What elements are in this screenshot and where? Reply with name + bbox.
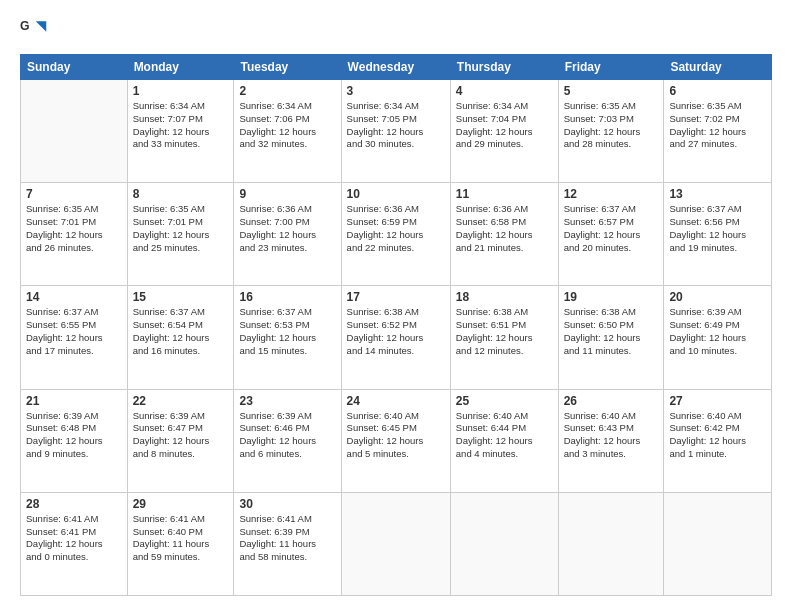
cell-date: 12 <box>564 187 659 201</box>
calendar-cell: 22Sunrise: 6:39 AM Sunset: 6:47 PM Dayli… <box>127 389 234 492</box>
cell-date: 11 <box>456 187 553 201</box>
cell-info: Sunrise: 6:40 AM Sunset: 6:42 PM Dayligh… <box>669 410 766 461</box>
calendar-week: 21Sunrise: 6:39 AM Sunset: 6:48 PM Dayli… <box>21 389 772 492</box>
cell-date: 28 <box>26 497 122 511</box>
cell-date: 17 <box>347 290 445 304</box>
cell-date: 15 <box>133 290 229 304</box>
cell-date: 16 <box>239 290 335 304</box>
cell-date: 9 <box>239 187 335 201</box>
calendar-cell: 11Sunrise: 6:36 AM Sunset: 6:58 PM Dayli… <box>450 183 558 286</box>
calendar-week: 1Sunrise: 6:34 AM Sunset: 7:07 PM Daylig… <box>21 80 772 183</box>
calendar-cell: 7Sunrise: 6:35 AM Sunset: 7:01 PM Daylig… <box>21 183 128 286</box>
logo-icon: G <box>20 16 48 44</box>
logo: G <box>20 16 52 44</box>
cell-date: 24 <box>347 394 445 408</box>
calendar-header: SundayMondayTuesdayWednesdayThursdayFrid… <box>21 55 772 80</box>
cell-date: 3 <box>347 84 445 98</box>
cell-date: 20 <box>669 290 766 304</box>
calendar-cell: 1Sunrise: 6:34 AM Sunset: 7:07 PM Daylig… <box>127 80 234 183</box>
calendar-cell: 12Sunrise: 6:37 AM Sunset: 6:57 PM Dayli… <box>558 183 664 286</box>
cell-info: Sunrise: 6:39 AM Sunset: 6:48 PM Dayligh… <box>26 410 122 461</box>
calendar-cell: 2Sunrise: 6:34 AM Sunset: 7:06 PM Daylig… <box>234 80 341 183</box>
calendar-cell: 15Sunrise: 6:37 AM Sunset: 6:54 PM Dayli… <box>127 286 234 389</box>
day-header: Monday <box>127 55 234 80</box>
cell-date: 4 <box>456 84 553 98</box>
calendar-cell: 9Sunrise: 6:36 AM Sunset: 7:00 PM Daylig… <box>234 183 341 286</box>
calendar-week: 7Sunrise: 6:35 AM Sunset: 7:01 PM Daylig… <box>21 183 772 286</box>
cell-info: Sunrise: 6:39 AM Sunset: 6:49 PM Dayligh… <box>669 306 766 357</box>
calendar-cell <box>558 492 664 595</box>
calendar-cell: 17Sunrise: 6:38 AM Sunset: 6:52 PM Dayli… <box>341 286 450 389</box>
calendar-cell: 19Sunrise: 6:38 AM Sunset: 6:50 PM Dayli… <box>558 286 664 389</box>
cell-info: Sunrise: 6:37 AM Sunset: 6:53 PM Dayligh… <box>239 306 335 357</box>
cell-date: 18 <box>456 290 553 304</box>
cell-info: Sunrise: 6:41 AM Sunset: 6:39 PM Dayligh… <box>239 513 335 564</box>
cell-info: Sunrise: 6:38 AM Sunset: 6:52 PM Dayligh… <box>347 306 445 357</box>
cell-info: Sunrise: 6:40 AM Sunset: 6:45 PM Dayligh… <box>347 410 445 461</box>
cell-date: 13 <box>669 187 766 201</box>
day-header: Sunday <box>21 55 128 80</box>
cell-info: Sunrise: 6:40 AM Sunset: 6:43 PM Dayligh… <box>564 410 659 461</box>
cell-date: 25 <box>456 394 553 408</box>
header: G <box>20 16 772 44</box>
calendar-cell: 18Sunrise: 6:38 AM Sunset: 6:51 PM Dayli… <box>450 286 558 389</box>
svg-marker-1 <box>36 21 47 32</box>
cell-info: Sunrise: 6:34 AM Sunset: 7:04 PM Dayligh… <box>456 100 553 151</box>
calendar-cell: 14Sunrise: 6:37 AM Sunset: 6:55 PM Dayli… <box>21 286 128 389</box>
cell-info: Sunrise: 6:41 AM Sunset: 6:41 PM Dayligh… <box>26 513 122 564</box>
day-header: Wednesday <box>341 55 450 80</box>
cell-info: Sunrise: 6:35 AM Sunset: 7:01 PM Dayligh… <box>133 203 229 254</box>
cell-info: Sunrise: 6:35 AM Sunset: 7:02 PM Dayligh… <box>669 100 766 151</box>
calendar-cell: 3Sunrise: 6:34 AM Sunset: 7:05 PM Daylig… <box>341 80 450 183</box>
calendar-body: 1Sunrise: 6:34 AM Sunset: 7:07 PM Daylig… <box>21 80 772 596</box>
calendar-cell <box>341 492 450 595</box>
calendar-cell: 5Sunrise: 6:35 AM Sunset: 7:03 PM Daylig… <box>558 80 664 183</box>
cell-info: Sunrise: 6:36 AM Sunset: 7:00 PM Dayligh… <box>239 203 335 254</box>
cell-info: Sunrise: 6:35 AM Sunset: 7:03 PM Dayligh… <box>564 100 659 151</box>
calendar-cell: 29Sunrise: 6:41 AM Sunset: 6:40 PM Dayli… <box>127 492 234 595</box>
day-header: Thursday <box>450 55 558 80</box>
day-header: Friday <box>558 55 664 80</box>
cell-date: 29 <box>133 497 229 511</box>
cell-date: 22 <box>133 394 229 408</box>
cell-date: 19 <box>564 290 659 304</box>
cell-info: Sunrise: 6:36 AM Sunset: 6:59 PM Dayligh… <box>347 203 445 254</box>
cell-info: Sunrise: 6:36 AM Sunset: 6:58 PM Dayligh… <box>456 203 553 254</box>
cell-info: Sunrise: 6:39 AM Sunset: 6:47 PM Dayligh… <box>133 410 229 461</box>
calendar-cell <box>664 492 772 595</box>
cell-date: 14 <box>26 290 122 304</box>
cell-info: Sunrise: 6:34 AM Sunset: 7:05 PM Dayligh… <box>347 100 445 151</box>
cell-date: 23 <box>239 394 335 408</box>
calendar-cell: 20Sunrise: 6:39 AM Sunset: 6:49 PM Dayli… <box>664 286 772 389</box>
calendar-cell: 21Sunrise: 6:39 AM Sunset: 6:48 PM Dayli… <box>21 389 128 492</box>
cell-date: 30 <box>239 497 335 511</box>
calendar-cell: 16Sunrise: 6:37 AM Sunset: 6:53 PM Dayli… <box>234 286 341 389</box>
calendar-cell: 6Sunrise: 6:35 AM Sunset: 7:02 PM Daylig… <box>664 80 772 183</box>
cell-info: Sunrise: 6:35 AM Sunset: 7:01 PM Dayligh… <box>26 203 122 254</box>
cell-date: 7 <box>26 187 122 201</box>
cell-info: Sunrise: 6:39 AM Sunset: 6:46 PM Dayligh… <box>239 410 335 461</box>
cell-info: Sunrise: 6:37 AM Sunset: 6:56 PM Dayligh… <box>669 203 766 254</box>
calendar-cell: 23Sunrise: 6:39 AM Sunset: 6:46 PM Dayli… <box>234 389 341 492</box>
cell-info: Sunrise: 6:37 AM Sunset: 6:57 PM Dayligh… <box>564 203 659 254</box>
cell-info: Sunrise: 6:37 AM Sunset: 6:55 PM Dayligh… <box>26 306 122 357</box>
calendar-cell: 13Sunrise: 6:37 AM Sunset: 6:56 PM Dayli… <box>664 183 772 286</box>
calendar-cell: 28Sunrise: 6:41 AM Sunset: 6:41 PM Dayli… <box>21 492 128 595</box>
cell-date: 10 <box>347 187 445 201</box>
calendar-week: 28Sunrise: 6:41 AM Sunset: 6:41 PM Dayli… <box>21 492 772 595</box>
cell-info: Sunrise: 6:34 AM Sunset: 7:07 PM Dayligh… <box>133 100 229 151</box>
svg-text:G: G <box>20 19 30 33</box>
day-header: Saturday <box>664 55 772 80</box>
cell-info: Sunrise: 6:34 AM Sunset: 7:06 PM Dayligh… <box>239 100 335 151</box>
cell-date: 27 <box>669 394 766 408</box>
calendar-cell: 26Sunrise: 6:40 AM Sunset: 6:43 PM Dayli… <box>558 389 664 492</box>
calendar: SundayMondayTuesdayWednesdayThursdayFrid… <box>20 54 772 596</box>
cell-info: Sunrise: 6:38 AM Sunset: 6:51 PM Dayligh… <box>456 306 553 357</box>
cell-info: Sunrise: 6:37 AM Sunset: 6:54 PM Dayligh… <box>133 306 229 357</box>
calendar-cell: 8Sunrise: 6:35 AM Sunset: 7:01 PM Daylig… <box>127 183 234 286</box>
cell-date: 8 <box>133 187 229 201</box>
calendar-week: 14Sunrise: 6:37 AM Sunset: 6:55 PM Dayli… <box>21 286 772 389</box>
calendar-cell: 30Sunrise: 6:41 AM Sunset: 6:39 PM Dayli… <box>234 492 341 595</box>
cell-info: Sunrise: 6:41 AM Sunset: 6:40 PM Dayligh… <box>133 513 229 564</box>
cell-date: 1 <box>133 84 229 98</box>
